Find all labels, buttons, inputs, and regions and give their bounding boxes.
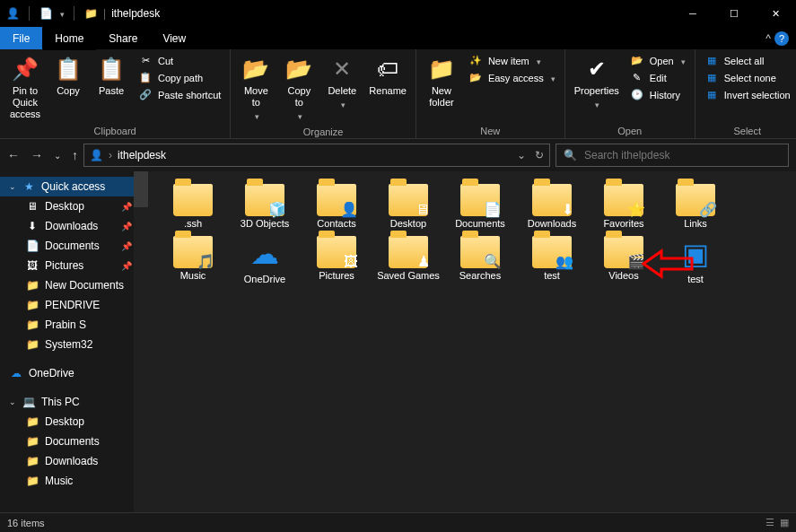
icons-view-button[interactable]: ▦ [780,517,789,528]
open-button[interactable]: 📂Open [626,53,689,68]
ribbon-collapse-icon[interactable]: ^ [765,32,771,45]
history-icon: 🕑 [630,89,644,100]
file-item[interactable]: ♟Saved Games [376,236,441,284]
properties-button[interactable]: ✔Properties [571,53,623,112]
group-label: Open [571,124,689,136]
sidebar-item[interactable]: 🖥Desktop📌 [0,196,148,216]
tab-share[interactable]: Share [96,27,150,49]
select-all-icon [704,55,719,66]
file-item[interactable]: ☁OneDrive [232,236,297,284]
file-item[interactable]: 👤Contacts [304,184,369,229]
search-input[interactable]: 🔍 Search ithelpdesk [555,144,789,167]
copy-to-button[interactable]: 📂Copy to [279,53,319,125]
file-item[interactable]: ⬇Downloads [520,184,584,229]
rename-icon: 🏷 [377,55,398,83]
overlay-icon: ⭐ [627,201,645,218]
select-all-button[interactable]: Select all [701,53,794,68]
item-icon: ⬇ [25,220,39,232]
chevron-down-icon: ⌄ [9,182,16,191]
nav-bar: ← → ⌄ ↑ 👤 › ithelpdesk ⌄ ↻ 🔍 Search ithe… [0,139,796,171]
address-dropdown-icon[interactable]: ⌄ [517,149,526,161]
overlay-icon: 👥 [555,253,573,270]
file-item[interactable]: 👥test [520,236,584,284]
file-item[interactable]: 🎵Music [161,236,225,284]
folder-icon: 🔍 [460,236,500,268]
minimize-button[interactable]: ─ [672,0,713,27]
sidebar-item[interactable]: 📁New Documents [0,275,148,295]
copy-path-button[interactable]: 📋Copy path [135,70,224,85]
new-item-button[interactable]: ✨New item [465,53,559,68]
item-icon: 📁 [25,338,39,351]
label: Downloads [45,220,98,232]
maximize-button[interactable]: ☐ [713,0,755,27]
label: Select none [724,73,776,83]
sidebar-onedrive[interactable]: ☁OneDrive [0,363,148,383]
select-none-button[interactable]: Select none [701,70,794,85]
file-item[interactable]: .ssh [161,184,225,229]
details-view-button[interactable]: ☰ [765,517,774,528]
delete-button[interactable]: ✕Delete [322,53,362,112]
sidebar-quick-access[interactable]: ⌄★Quick access [0,177,148,196]
open-icon: 📂 [630,55,644,66]
item-icon: 📁 [25,279,39,292]
file-item[interactable]: 🔍Searches [448,236,512,284]
sidebar-item[interactable]: 🖼Pictures📌 [0,256,148,275]
back-button[interactable]: ← [7,148,20,162]
copy-button[interactable]: 📋 Copy [48,53,88,99]
easy-access-button[interactable]: 📂Easy access [465,70,559,85]
forward-button[interactable]: → [31,148,43,162]
overlay-icon: 🖥 [415,202,430,218]
file-item[interactable]: ⭐Favorites [591,184,656,229]
sidebar-item[interactable]: ⬇Downloads📌 [0,216,148,236]
pin-quick-access-button[interactable]: 📌 Pin to Quick access [5,53,45,123]
sidebar-item[interactable]: 📁Music [0,471,148,491]
sidebar-item[interactable]: 📁PENDRIVE [0,295,148,315]
file-item[interactable]: 🖼Pictures [304,236,369,284]
rename-button[interactable]: 🏷Rename [365,53,410,99]
sidebar-item[interactable]: 📁Desktop [0,412,148,432]
file-menu[interactable]: File [0,27,42,49]
recent-locations-button[interactable]: ⌄ [54,151,61,161]
sidebar-item[interactable]: 📄Documents📌 [0,236,148,256]
file-item[interactable]: 🖥Desktop [376,184,441,229]
tab-view[interactable]: View [150,27,198,49]
paste-button[interactable]: 📋 Paste [92,53,131,99]
item-count: 16 items [7,518,45,528]
label: Music [45,475,73,487]
history-button[interactable]: 🕑History [626,87,689,102]
new-folder-button[interactable]: 📁New folder [422,53,461,110]
address-bar[interactable]: 👤 › ithelpdesk ⌄ ↻ [83,144,550,167]
chevron-down-icon [549,73,555,83]
label: Paste shortcut [158,90,221,100]
close-button[interactable]: ✕ [755,0,796,27]
sidebar-item[interactable]: 📁Prabin S [0,315,148,335]
file-item[interactable]: 🔗Links [663,184,728,229]
file-item[interactable]: 📄Documents [448,184,512,229]
sidebar-scrollbar[interactable] [134,171,148,512]
cut-button[interactable]: ✂Cut [135,53,224,68]
folder-icon: 📁 [83,6,98,21]
chevron-down-icon [679,56,686,66]
tab-home[interactable]: Home [42,27,96,49]
qat-properties-icon[interactable]: 📄 [39,6,53,21]
separator [29,6,30,21]
sidebar-item[interactable]: 📁Downloads [0,451,148,471]
refresh-button[interactable]: ↻ [535,149,544,161]
item-icon: 📁 [25,455,39,467]
content-area[interactable]: .ssh🧊3D Objects👤Contacts🖥Desktop📄Documen… [148,171,796,512]
label: Delete [328,85,356,97]
sidebar-thispc[interactable]: ⌄💻This PC [0,392,148,412]
paste-shortcut-button[interactable]: 🔗Paste shortcut [135,87,224,102]
move-to-button[interactable]: 📂Move to [236,53,276,125]
sidebar-item[interactable]: 📁System32 [0,335,148,354]
label: Downloads [45,455,98,467]
qat-customize-icon[interactable] [58,7,65,20]
invert-selection-button[interactable]: Invert selection [701,87,794,102]
up-button[interactable]: ↑ [72,148,78,162]
breadcrumb[interactable]: ithelpdesk [118,149,166,161]
help-icon[interactable]: ? [774,31,789,46]
sidebar-item[interactable]: 📁Documents [0,432,148,451]
file-label: Favorites [603,218,643,229]
edit-button[interactable]: ✎Edit [626,70,689,85]
file-item[interactable]: 🧊3D Objects [232,184,297,229]
